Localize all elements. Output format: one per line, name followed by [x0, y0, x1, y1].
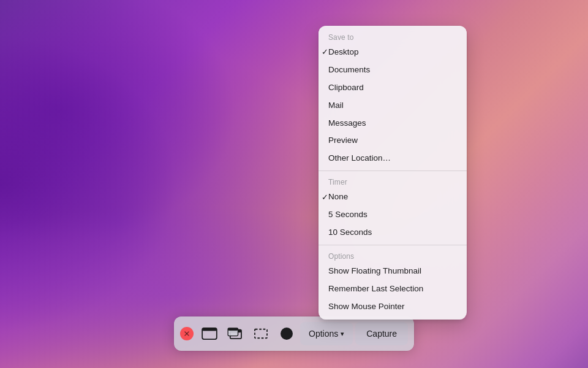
separator-1: [318, 171, 467, 171]
close-icon: [184, 331, 189, 336]
menu-item-documents[interactable]: Documents: [318, 61, 467, 79]
close-button[interactable]: [180, 327, 194, 340]
capture-button[interactable]: Capture: [355, 322, 408, 345]
options-button[interactable]: Options ▾: [300, 322, 353, 345]
record-icon: [281, 328, 293, 340]
checkmark-none: ✓: [322, 192, 328, 203]
options-dropdown: Save to ✓ Desktop Documents Clipboard Ma…: [318, 26, 467, 320]
screenshot-toolbar: Options ▾ Capture: [174, 316, 414, 351]
menu-item-timer-none[interactable]: ✓ None: [318, 188, 467, 206]
menu-item-5sec[interactable]: 5 Seconds: [318, 206, 467, 224]
menu-item-messages[interactable]: Messages: [318, 115, 467, 132]
window-screenshot-icon: [227, 328, 243, 340]
menu-item-remember-last[interactable]: Remember Last Selection: [318, 280, 467, 298]
menu-item-desktop[interactable]: ✓ Desktop: [318, 44, 467, 61]
checkmark-desktop: ✓: [322, 47, 328, 58]
selection-screenshot-button[interactable]: [249, 321, 273, 346]
options-section-label: Options: [318, 248, 467, 263]
timer-label: Timer: [318, 174, 467, 188]
menu-item-10sec[interactable]: 10 Seconds: [318, 224, 467, 242]
svg-rect-7: [228, 328, 238, 331]
full-screenshot-button[interactable]: [197, 321, 222, 346]
window-screenshot-button[interactable]: [223, 321, 247, 346]
desktop-background: [0, 0, 588, 368]
menu-item-mail[interactable]: Mail: [318, 97, 467, 115]
selection-screenshot-icon: [253, 328, 269, 340]
menu-item-floating-thumbnail[interactable]: Show Floating Thumbnail: [318, 263, 467, 280]
svg-rect-3: [202, 328, 217, 331]
menu-item-other-location[interactable]: Other Location…: [318, 150, 467, 167]
menu-item-clipboard[interactable]: Clipboard: [318, 79, 467, 97]
save-to-label: Save to: [318, 29, 467, 44]
menu-item-preview[interactable]: Preview: [318, 132, 467, 150]
full-screenshot-icon: [202, 328, 217, 340]
record-button[interactable]: [274, 321, 299, 346]
svg-rect-8: [255, 329, 267, 339]
menu-item-mouse-pointer[interactable]: Show Mouse Pointer: [318, 298, 467, 316]
separator-2: [318, 245, 467, 245]
